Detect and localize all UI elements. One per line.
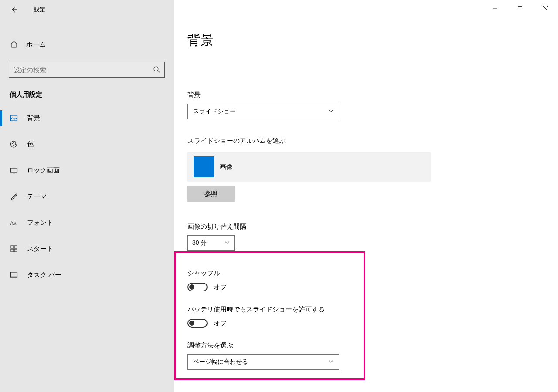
search-field[interactable] [14,66,145,74]
battery-label: バッテリ使用時でもスライドショーを許可する [187,305,558,314]
sidebar-item-label: 背景 [27,114,40,122]
svg-text:A: A [14,222,17,226]
lockscreen-icon [10,166,18,174]
titlebar: 設定 [0,3,174,16]
chevron-down-icon [328,108,333,115]
interval-dropdown[interactable]: 30 分 [187,235,235,251]
svg-point-3 [12,143,13,144]
svg-text:A: A [10,220,14,226]
svg-rect-7 [13,173,15,173]
battery-state: オフ [214,319,227,328]
chevron-down-icon [225,240,230,247]
search-icon [153,66,160,74]
svg-rect-11 [14,246,17,248]
sidebar-item-start[interactable]: スタート [0,236,174,262]
home-icon [10,41,18,48]
sidebar-item-fonts[interactable]: AA フォント [0,210,174,236]
svg-rect-13 [14,249,17,252]
battery-toggle[interactable] [187,319,208,328]
category-title: 個人用設定 [10,91,164,99]
background-dropdown[interactable]: スライドショー [187,104,339,119]
back-button[interactable] [8,3,20,16]
album-name: 画像 [220,163,233,171]
fit-label: 調整方法を選ぶ [187,341,558,350]
sidebar-item-label: フォント [27,219,53,227]
sidebar-item-themes[interactable]: テーマ [0,183,174,210]
shuffle-toggle[interactable] [187,283,208,291]
palette-icon [10,140,18,148]
svg-rect-17 [518,6,522,10]
sidebar-item-label: スタート [27,245,53,253]
sidebar-item-lockscreen[interactable]: ロック画面 [0,157,174,183]
theme-icon [10,193,18,200]
sidebar-item-taskbar[interactable]: タスク バー [0,262,174,288]
close-button[interactable] [533,0,558,16]
minimize-button[interactable] [482,0,507,16]
album-item[interactable]: 画像 [187,152,431,182]
home-label: ホーム [26,41,46,49]
picture-icon [10,114,18,122]
browse-button[interactable]: 参照 [187,186,235,202]
album-label: スライドショーのアルバムを選ぶ [187,137,558,145]
svg-rect-10 [11,246,14,248]
svg-point-5 [13,145,14,146]
sidebar-item-background[interactable]: 背景 [0,105,174,131]
dropdown-value: ページ幅に合わせる [193,358,248,366]
font-icon: AA [10,219,18,226]
dropdown-value: スライドショー [193,108,236,115]
svg-line-1 [158,71,160,72]
svg-point-0 [154,67,158,71]
taskbar-icon [10,271,18,279]
interval-label: 画像の切り替え間隔 [187,223,558,231]
sidebar-item-label: タスク バー [27,271,61,279]
svg-rect-2 [11,115,17,121]
chevron-down-icon [328,358,333,365]
sidebar: 設定 ホーム 個人用設定 背景 色 ロック画面 テーマ [0,0,174,392]
fit-dropdown[interactable]: ページ幅に合わせる [187,354,339,370]
maximize-button[interactable] [507,0,533,16]
svg-rect-6 [11,168,17,172]
sidebar-item-label: 色 [27,140,34,149]
home-button[interactable]: ホーム [0,35,174,54]
svg-rect-15 [11,276,17,277]
svg-rect-12 [11,249,14,252]
sidebar-item-label: テーマ [27,193,47,201]
search-input[interactable] [9,62,165,78]
sidebar-item-colors[interactable]: 色 [0,131,174,157]
sidebar-item-label: ロック画面 [27,166,60,175]
window-title: 設定 [34,6,45,14]
window-controls [482,0,558,16]
content-area: 背景 背景 スライドショー スライドショーのアルバムを選ぶ 画像 参照 画像の切… [174,0,558,392]
page-title: 背景 [187,31,558,49]
start-icon [10,245,18,253]
background-label: 背景 [187,91,558,99]
svg-point-4 [13,142,14,143]
shuffle-label: シャッフル [187,269,558,277]
dropdown-value: 30 分 [192,239,207,247]
shuffle-state: オフ [214,283,227,291]
album-thumbnail [194,156,214,177]
